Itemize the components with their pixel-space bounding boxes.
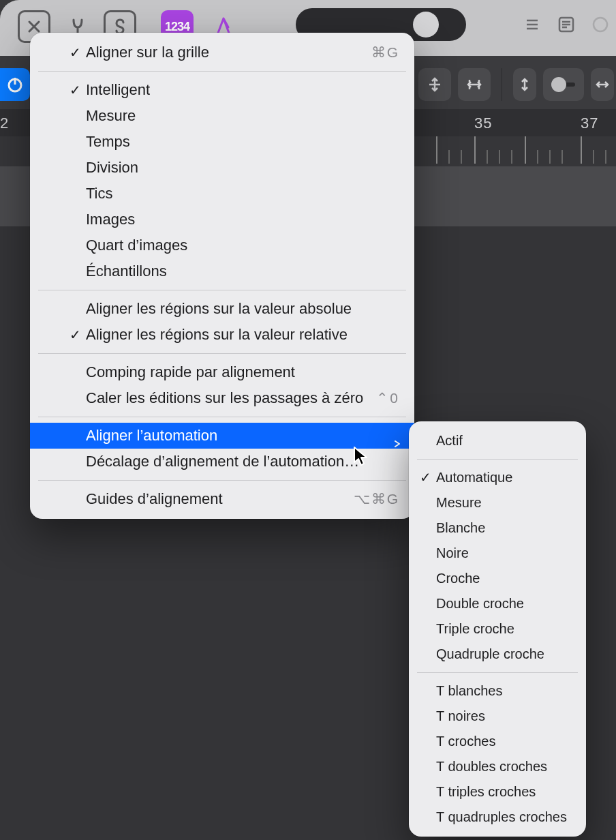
horizontal-fit-button[interactable] — [458, 68, 491, 101]
menu-item-label: Échantillons — [86, 262, 167, 280]
power-button[interactable] — [0, 68, 30, 101]
menu-item-quarter[interactable]: Noire — [409, 541, 586, 566]
menu-item-rel[interactable]: ✓Aligner les régions sur la valeur relat… — [30, 322, 414, 348]
ruler-tick-small — [549, 150, 551, 164]
ruler-tick-big — [525, 136, 526, 164]
ruler-mark: 35 — [474, 115, 492, 132]
menu-item-half[interactable]: Blanche — [409, 515, 586, 541]
menu-item-label: Mesure — [86, 107, 136, 124]
menu-item-label: Automatique — [436, 470, 512, 485]
ruler-tick-big — [581, 136, 582, 164]
menu-item-samples[interactable]: Échantillons — [30, 258, 414, 284]
menu-item-smart[interactable]: ✓Intelligent — [30, 77, 414, 103]
menu-item-label: Images — [86, 211, 135, 228]
ruler-tick-small — [461, 150, 462, 164]
ruler-tick-big — [474, 136, 476, 164]
vertical-zoom-slider[interactable] — [543, 68, 584, 101]
menu-item-autom[interactable]: Aligner l’automation — [30, 423, 414, 449]
horizontal-arrows-icon — [595, 77, 610, 92]
ruler-tick-small — [593, 150, 594, 164]
menu-item-qframes[interactable]: Quart d’images — [30, 232, 414, 258]
menu-item-t-half[interactable]: T blanches — [409, 678, 586, 704]
ruler-tick-small — [448, 150, 450, 164]
horizontal-zoom-button[interactable] — [591, 68, 614, 101]
menu-item-label: T triples croches — [436, 784, 536, 799]
menu-item-guides[interactable]: Guides d’alignement⌥⌘G — [30, 486, 414, 512]
menu-separator — [38, 71, 406, 72]
menu-item-label: Blanche — [436, 520, 485, 535]
menu-item-auto[interactable]: ✓Automatique — [409, 465, 586, 490]
menu-item-label: Mesure — [436, 495, 482, 510]
menu-item-beat[interactable]: Temps — [30, 129, 414, 155]
check-icon: ✓ — [67, 322, 83, 348]
menu-item-s-bar[interactable]: Mesure — [409, 490, 586, 515]
menu-item-frames[interactable]: Images — [30, 207, 414, 232]
vertical-zoom-button[interactable] — [513, 68, 536, 101]
menu-item-label: Tics — [86, 185, 113, 202]
menu-item-sixteenth[interactable]: Double croche — [409, 591, 586, 616]
slider-thumb[interactable] — [551, 77, 566, 92]
ruler-mark: 2 — [0, 115, 9, 132]
menu-item-label: Division — [86, 159, 138, 176]
menu-item-sixtyfour[interactable]: Quadruple croche — [409, 642, 586, 667]
automation-snap-submenu: Actif✓AutomatiqueMesureBlancheNoireCroch… — [409, 421, 586, 837]
menu-item-division[interactable]: Division — [30, 155, 414, 181]
menu-item-t-quart[interactable]: T noires — [409, 704, 586, 729]
menu-item-label: Aligner sur la grille — [86, 44, 209, 61]
ruler-mark: 37 — [581, 115, 598, 132]
menu-item-comp[interactable]: Comping rapide par alignement — [30, 359, 414, 385]
menu-item-zero[interactable]: Caler les éditions sur les passages à zé… — [30, 385, 414, 411]
menu-item-label: Comping rapide par alignement — [86, 363, 295, 380]
chevron-right-icon — [394, 430, 401, 436]
ruler-tick-big — [436, 136, 437, 164]
menu-item-thirtytwo[interactable]: Triple croche — [409, 616, 586, 642]
menu-item-active[interactable]: Actif — [409, 428, 586, 453]
menu-separator — [38, 480, 406, 481]
menu-separator — [417, 672, 578, 673]
tool-1234-label: 1234 — [165, 20, 189, 34]
horizontal-fit-icon — [467, 77, 482, 92]
menu-separator — [38, 290, 406, 290]
grid-view-button[interactable] — [589, 13, 612, 36]
check-icon: ✓ — [417, 465, 433, 490]
check-icon: ✓ — [67, 77, 83, 103]
menu-item-label: Caler les éditions sur les passages à zé… — [86, 389, 363, 406]
vertical-fit-button[interactable] — [418, 68, 451, 101]
menu-separator — [417, 459, 578, 460]
menu-item-label: Décalage d’alignement de l’automation… — [86, 453, 359, 470]
menu-item-label: Temps — [86, 133, 130, 150]
menu-item-ticks[interactable]: Tics — [30, 181, 414, 207]
grid-icon — [591, 15, 610, 34]
menu-item-shortcut: ⌃0 — [376, 385, 399, 411]
menu-separator — [38, 353, 406, 354]
notes-view-button[interactable] — [555, 13, 578, 36]
menu-item-t-thirtytwo[interactable]: T triples croches — [409, 779, 586, 805]
menu-item-t-sixteenth[interactable]: T doubles croches — [409, 754, 586, 779]
lcd-knob[interactable] — [413, 12, 439, 38]
menu-item-label: Aligner les régions sur la valeur relati… — [86, 326, 348, 343]
menu-item-t-sixtyfour[interactable]: T quadruples croches — [409, 805, 586, 830]
menu-item-label: Quart d’images — [86, 237, 187, 254]
menu-item-snap-grid[interactable]: ✓Aligner sur la grille⌘G — [30, 40, 414, 65]
cursor-arrow-icon — [352, 446, 370, 466]
ruler-tick-small — [561, 150, 563, 164]
menu-item-t-eighth[interactable]: T croches — [409, 729, 586, 754]
svg-point-1 — [594, 18, 607, 31]
menu-item-label: T quadruples croches — [436, 809, 567, 824]
menu-item-label: Aligner l’automation — [86, 427, 217, 444]
menu-item-label: Noire — [436, 545, 469, 560]
menu-item-bar[interactable]: Mesure — [30, 103, 414, 129]
menu-item-shortcut: ⌘G — [371, 40, 399, 65]
menu-separator — [38, 417, 406, 417]
ruler-tick-small — [537, 150, 538, 164]
menu-item-label: T croches — [436, 734, 495, 749]
ruler-tick-small — [511, 150, 512, 164]
ruler-tick-small — [499, 150, 500, 164]
list-view-button[interactable] — [521, 13, 544, 36]
menu-item-shortcut: ⌥⌘G — [354, 486, 399, 512]
menu-item-label: T blanches — [436, 683, 502, 698]
menu-item-label: Double croche — [436, 596, 524, 611]
power-icon — [6, 76, 24, 93]
menu-item-abs[interactable]: Aligner les régions sur la valeur absolu… — [30, 296, 414, 322]
menu-item-eighth[interactable]: Croche — [409, 566, 586, 591]
